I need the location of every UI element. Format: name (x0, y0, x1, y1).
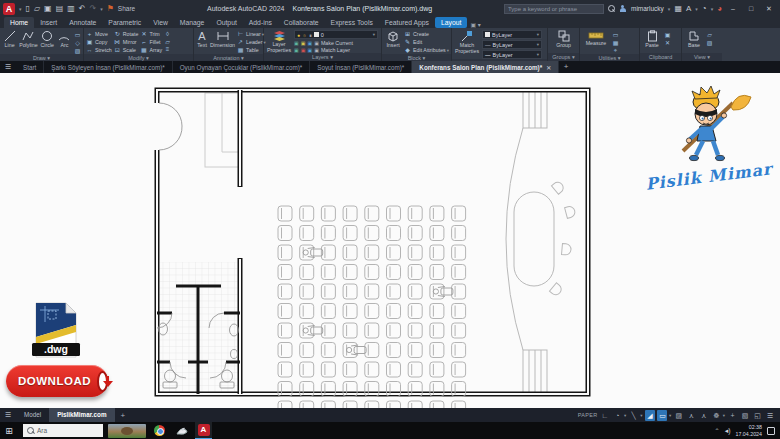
drawing-canvas[interactable]: Pislik Mimar .dwg DOWNLOAD (0, 73, 780, 408)
taskbar-clock[interactable]: 02:38 17.04.2024 (735, 424, 762, 436)
section-view-icon[interactable]: ▨ (706, 39, 713, 46)
close-tab-icon[interactable]: ✕ (546, 64, 551, 71)
explode-tool-icon[interactable]: ▱ (164, 38, 171, 45)
paper-space-label[interactable]: PAPER (578, 412, 598, 418)
osnap-icon[interactable]: ▭ (657, 410, 667, 421)
panel-title-groups[interactable]: Groups ▾ (548, 53, 579, 61)
file-tab-start[interactable]: Start (16, 61, 44, 73)
edit-block-button[interactable]: ✎Edit (404, 39, 449, 46)
grid-display-icon[interactable]: ∟ (600, 410, 610, 421)
autocad-taskbar-icon[interactable]: A (195, 422, 212, 439)
qat-dropdown-icon[interactable]: ▾ (100, 6, 103, 12)
autodesk-account-icon[interactable]: A (686, 4, 691, 13)
ribbon-tab-view[interactable]: View (147, 17, 174, 28)
file-tabs-menu-icon[interactable]: ☰ (0, 61, 16, 73)
file-tab-konferans-salon-plan[interactable]: Konferans Salon Plan (PislikMimar.com)*✕ (412, 61, 559, 73)
match-properties-button[interactable]: Match Properties (454, 30, 480, 54)
ribbon-tab-output[interactable]: Output (210, 17, 242, 28)
array-button[interactable]: ▦Array (140, 47, 162, 54)
workspace-switch-icon[interactable]: + (728, 410, 738, 421)
polar-tracking-icon[interactable]: ╲ (629, 410, 639, 421)
quick-select-icon[interactable]: ▭ (612, 31, 619, 38)
arc-button[interactable]: Arc (57, 30, 72, 49)
layout-tabs-menu-icon[interactable]: ☰ (0, 411, 16, 419)
search-icon[interactable] (608, 5, 615, 12)
taskbar-search-box[interactable]: Ara (23, 424, 103, 437)
layout-tab-pislikmimar-com[interactable]: PislikMimar.com (49, 408, 114, 422)
line-button[interactable]: Line (2, 30, 17, 49)
annotation-visibility-icon[interactable]: ⋏ (686, 410, 696, 421)
user-menu-caret-icon[interactable]: ▾ (668, 6, 671, 12)
save-icon[interactable]: ▣ (44, 4, 52, 13)
edit-attributes-button[interactable]: ◆Edit Attributes ▾ (404, 47, 449, 54)
snap-mode-icon-caret[interactable]: ▾ (624, 413, 626, 418)
snap-mode-icon[interactable]: ◔ (612, 410, 622, 421)
circle-button[interactable]: Circle (40, 30, 55, 49)
annotation-scale-icon-caret[interactable]: ▾ (723, 413, 725, 418)
start-button[interactable]: ⊞ (0, 426, 18, 436)
file-tab-oyun-oynayan-çocuklar[interactable]: Oyun Oynayan Çocuklar (PislikMimar.com)* (173, 61, 310, 73)
action-center-icon[interactable] (767, 427, 775, 435)
notification-bell-icon[interactable]: ◕ (717, 4, 722, 13)
customization-icon[interactable]: ☰ (765, 410, 775, 421)
hatch-tool-icon[interactable]: ▨ (74, 47, 81, 54)
ribbon-tab-layout[interactable]: Layout (435, 17, 467, 28)
autodesk-caret-icon[interactable]: ▾ (695, 6, 698, 12)
app-store-cart-icon[interactable]: ▦ (674, 4, 682, 13)
download-button[interactable]: DOWNLOAD (6, 365, 108, 397)
ribbon-display-toggle-icon[interactable]: ▣ ▾ (470, 21, 480, 28)
copy-clip-icon[interactable]: ▣ (664, 31, 671, 38)
redo-icon[interactable]: ↷ (89, 4, 96, 13)
selection-cycling-icon[interactable]: ▨ (674, 410, 684, 421)
panel-title-view[interactable]: View ▾ (682, 53, 722, 61)
quick-calc-icon[interactable]: ▦ (612, 39, 619, 46)
polyline-button[interactable]: Polyline (19, 30, 38, 49)
mirror-button[interactable]: ⋈Mirror (114, 39, 139, 46)
help-icon[interactable]: ◔ (702, 4, 707, 13)
object-color-dropdown[interactable]: ByLayer▾ (482, 30, 542, 39)
ribbon-tab-home[interactable]: Home (4, 17, 34, 28)
maximize-button[interactable]: □ (744, 5, 758, 12)
linear-button[interactable]: ⊢Linear ▾ (237, 31, 266, 38)
autocad-app-icon[interactable]: A (3, 3, 15, 15)
new-file-icon[interactable]: ▯ (26, 4, 30, 13)
copy-button[interactable]: ▣Copy (86, 39, 112, 46)
move-button[interactable]: +Move (86, 31, 112, 38)
isodraft-icon[interactable]: ◢ (645, 410, 655, 421)
paste-button[interactable]: Paste (642, 30, 662, 49)
rectangle-tool-icon[interactable]: ▭ (74, 31, 81, 38)
stretch-button[interactable]: ↔Stretch (86, 47, 112, 54)
fillet-button[interactable]: ⌐Fillet (140, 39, 162, 46)
lineweight-dropdown[interactable]: —ByLayer▾ (482, 50, 542, 59)
scale-button[interactable]: ⊡Scale (114, 47, 139, 54)
measure-button[interactable]: Measure (582, 30, 610, 47)
ribbon-tab-add-ins[interactable]: Add-ins (243, 17, 278, 28)
isolate-objects-icon[interactable]: ◱ (753, 410, 763, 421)
plot-icon[interactable]: ▥ (67, 4, 75, 13)
insert-block-button[interactable]: Insert (384, 30, 402, 49)
tray-chevron-icon[interactable]: ⌃ (715, 427, 720, 434)
ribbon-tab-express-tools[interactable]: Express Tools (325, 17, 379, 28)
make-current-button[interactable]: ▣▣▣▣ Make Current (294, 40, 378, 46)
new-drawing-tab-button[interactable]: + (559, 61, 573, 73)
ellipse-tool-icon[interactable]: ◇ (74, 39, 81, 46)
saveas-icon[interactable]: ▤ (56, 4, 64, 13)
create-block-button[interactable]: ⊞Create (404, 31, 449, 38)
id-point-icon[interactable]: ⌖ (612, 47, 619, 54)
ribbon-tab-parametric[interactable]: Parametric (102, 17, 147, 28)
new-layout-button[interactable]: + (115, 411, 132, 420)
more-modify-icon[interactable]: ≡ (164, 46, 171, 52)
file-tab-şarkı-söyleyen-i-nsan[interactable]: Şarkı Söyleyen İnsan (PislikMimar.com)* (44, 61, 172, 73)
file-tab-soyut-i-nsan[interactable]: Soyut İnsan (PislikMimar.com)* (310, 61, 412, 73)
layer-select-dropdown[interactable]: ● ☼ ∎ 0 ▾ (294, 30, 378, 39)
ribbon-tab-insert[interactable]: Insert (34, 17, 63, 28)
ribbon-tab-annotate[interactable]: Annotate (63, 17, 102, 28)
ribbon-tab-manage[interactable]: Manage (174, 17, 211, 28)
erase-tool-icon[interactable]: ◊ (164, 31, 171, 37)
undo-icon[interactable]: ↶ (79, 4, 86, 13)
share-icon[interactable]: ⚑ (107, 4, 114, 13)
paint3d-taskbar-icon[interactable] (173, 422, 190, 439)
app-menu-caret-icon[interactable]: ▾ (19, 6, 22, 12)
annotation-scale-icon[interactable]: ☸ (711, 410, 721, 421)
leader-button[interactable]: ↗Leader ▾ (237, 39, 266, 46)
